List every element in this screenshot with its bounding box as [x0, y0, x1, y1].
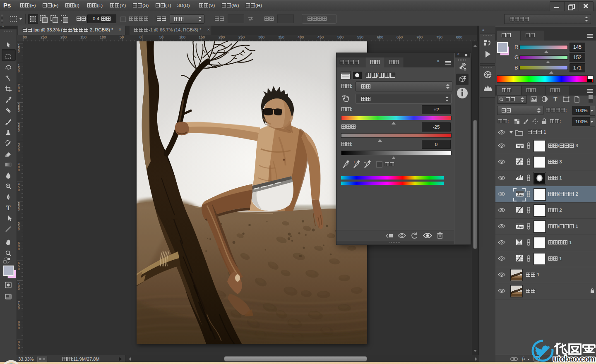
svg-text:T: T — [6, 204, 11, 211]
svg-text:+: + — [353, 160, 355, 164]
svg-text:T: T — [553, 96, 558, 103]
svg-text:−: − — [364, 160, 366, 164]
svg-text:utobao.com: utobao.com — [553, 354, 596, 363]
